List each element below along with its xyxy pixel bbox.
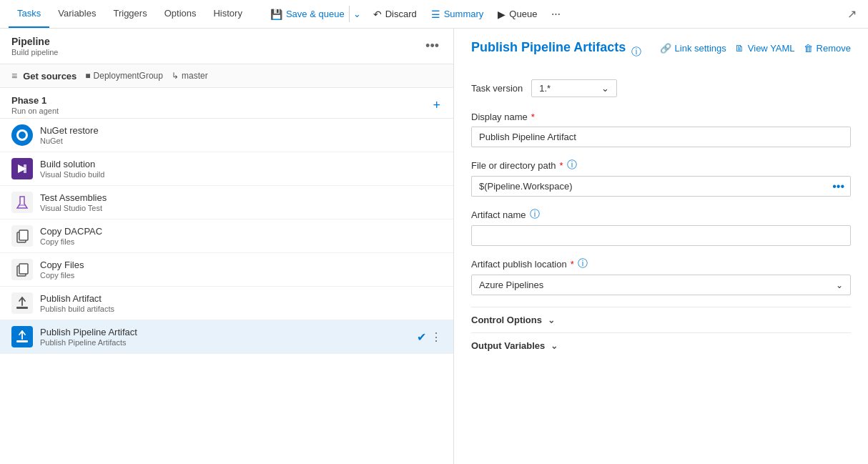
file-path-more-button[interactable]: ••• — [827, 176, 851, 197]
file-path-required: * — [560, 160, 563, 171]
task-build-subtitle: Visual Studio build — [40, 170, 442, 179]
svg-point-1 — [19, 132, 26, 139]
task-publish-artifact-text: Publish Artifact Publish build artifacts — [40, 293, 442, 313]
control-options-label: Control Options — [471, 315, 542, 325]
tab-triggers[interactable]: Triggers — [104, 0, 155, 28]
view-yaml-label: View YAML — [748, 43, 795, 54]
artifact-publish-info-icon[interactable]: ⓘ — [578, 257, 588, 270]
summary-label: Summary — [444, 9, 484, 19]
task-test-name: Test Assemblies — [40, 192, 442, 203]
task-publish-pipeline-actions: ✔ ⋮ — [417, 330, 442, 344]
task-build-name: Build solution — [40, 159, 442, 169]
save-queue-dropdown[interactable]: ⌄ — [349, 6, 365, 22]
phase-header: Phase 1 Run on agent + — [0, 88, 453, 119]
file-path-input[interactable] — [471, 176, 827, 197]
pipeline-more-button[interactable]: ••• — [423, 37, 442, 55]
task-copy-files[interactable]: Copy Files Copy files — [0, 253, 453, 287]
tab-tasks[interactable]: Tasks — [9, 0, 49, 28]
task-publish-artifact-name: Publish Artifact — [40, 293, 442, 304]
queue-button[interactable]: ▶ Queue — [492, 6, 543, 23]
vs-build-icon — [11, 158, 33, 179]
task-menu-icon[interactable]: ⋮ — [430, 330, 442, 344]
branch-name: master — [182, 71, 208, 81]
discard-icon: ↶ — [373, 9, 382, 20]
link-settings-label: Link settings — [675, 43, 726, 54]
task-nuget-name: NuGet restore — [40, 125, 442, 136]
tab-history[interactable]: History — [204, 0, 250, 28]
task-copy-files-text: Copy Files Copy files — [40, 260, 442, 280]
queue-label: Queue — [509, 9, 537, 19]
task-test[interactable]: Test Assemblies Visual Studio Test — [0, 186, 453, 219]
add-task-button[interactable]: + — [431, 97, 442, 114]
task-nuget-subtitle: NuGet — [40, 137, 442, 145]
right-panel-actions: 🔗 Link settings 🗎 View YAML 🗑 Remove — [660, 43, 851, 54]
main-layout: Pipeline Build pipeline ••• ≡ Get source… — [0, 29, 868, 464]
artifact-name-field: Artifact name ⓘ — [471, 208, 851, 246]
svg-rect-8 — [16, 340, 28, 342]
copy-files-icon — [11, 259, 33, 280]
pipeline-subtitle: Build pipeline — [11, 48, 58, 56]
save-queue-button[interactable]: 💾 Save & queue — [266, 6, 349, 23]
task-test-subtitle: Visual Studio Test — [40, 204, 442, 212]
task-build[interactable]: Build solution Visual Studio build — [0, 152, 453, 186]
svg-rect-2 — [24, 164, 26, 173]
task-publish-artifact[interactable]: Publish Artifact Publish build artifacts — [0, 287, 453, 320]
discard-button[interactable]: ↶ Discard — [368, 6, 423, 23]
panel-title: Publish Pipeline Artifacts — [471, 40, 626, 55]
summary-button[interactable]: ☰ Summary — [425, 6, 490, 23]
task-version-label: Task version — [471, 83, 523, 94]
display-name-field: Display name * — [471, 112, 851, 147]
tab-options[interactable]: Options — [156, 0, 205, 28]
source-repo: ■ DeploymentGroup — [85, 71, 163, 81]
task-publish-pipeline-name: Publish Pipeline Artifact — [40, 327, 410, 337]
pipeline-pub-icon — [11, 326, 33, 347]
view-yaml-button[interactable]: 🗎 View YAML — [735, 43, 795, 54]
get-sources-label: Get sources — [23, 71, 77, 82]
expand-button[interactable]: ↗ — [844, 4, 859, 24]
artifact-publish-required: * — [571, 259, 574, 270]
svg-rect-7 — [16, 307, 28, 309]
task-publish-pipeline[interactable]: Publish Pipeline Artifact Publish Pipeli… — [0, 320, 453, 354]
task-copy-files-name: Copy Files — [40, 260, 442, 270]
task-copy-dacpac[interactable]: Copy DACPAC Copy files — [0, 219, 453, 253]
right-panel-header: Publish Pipeline Artifacts ⓘ 🔗 Link sett… — [471, 40, 851, 68]
more-button[interactable]: ⋯ — [546, 6, 566, 22]
task-copy-dacpac-text: Copy DACPAC Copy files — [40, 226, 442, 246]
publish-artifact-icon — [11, 292, 33, 314]
save-icon: 💾 — [270, 9, 282, 20]
task-nuget[interactable]: NuGet restore NuGet — [0, 119, 453, 152]
top-nav-actions: 💾 Save & queue ⌄ ↶ Discard ☰ Summary ▶ Q… — [266, 6, 566, 23]
task-list: NuGet restore NuGet Build solution Visua… — [0, 119, 453, 464]
artifact-publish-select[interactable]: Azure Pipelines File share — [472, 275, 850, 295]
version-select[interactable]: 1.* ⌄ — [531, 79, 617, 97]
nav-tabs: Tasks Variables Triggers Options History — [9, 0, 251, 28]
panel-title-info-icon[interactable]: ⓘ — [631, 46, 641, 59]
repo-icon: ■ — [85, 71, 90, 81]
source-meta: ■ DeploymentGroup ↳ master — [85, 71, 207, 81]
output-variables-chevron: ⌄ — [551, 341, 558, 351]
task-copy-files-subtitle: Copy files — [40, 271, 442, 280]
get-sources-row[interactable]: ≡ Get sources ■ DeploymentGroup ↳ master — [0, 64, 453, 88]
file-path-input-row: ••• — [471, 176, 851, 197]
save-queue-wrap: 💾 Save & queue ⌄ — [266, 6, 365, 23]
display-name-input[interactable] — [471, 127, 851, 147]
control-options-section[interactable]: Control Options ⌄ — [471, 307, 851, 332]
queue-icon: ▶ — [498, 9, 505, 20]
output-variables-section[interactable]: Output Variables ⌄ — [471, 332, 851, 358]
top-nav: Tasks Variables Triggers Options History… — [0, 0, 868, 29]
artifact-name-label: Artifact name ⓘ — [471, 208, 851, 221]
save-queue-label: Save & queue — [286, 9, 345, 19]
task-test-text: Test Assemblies Visual Studio Test — [40, 192, 442, 212]
discard-label: Discard — [385, 9, 417, 19]
link-settings-button[interactable]: 🔗 Link settings — [660, 43, 726, 54]
repo-name: DeploymentGroup — [94, 71, 163, 81]
artifact-name-info-icon[interactable]: ⓘ — [530, 208, 540, 221]
task-publish-pipeline-subtitle: Publish Pipeline Artifacts — [40, 338, 410, 347]
file-path-info-icon[interactable]: ⓘ — [567, 159, 577, 172]
artifact-name-input[interactable] — [471, 225, 851, 246]
remove-icon: 🗑 — [804, 43, 813, 54]
file-path-label: File or directory path * ⓘ — [471, 159, 851, 172]
summary-icon: ☰ — [431, 9, 440, 20]
tab-variables[interactable]: Variables — [49, 0, 104, 28]
remove-button[interactable]: 🗑 Remove — [804, 43, 851, 54]
